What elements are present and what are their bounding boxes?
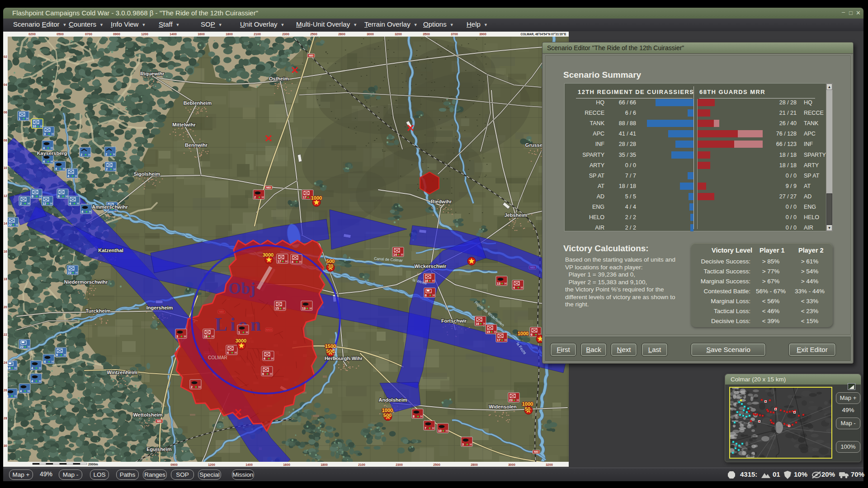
svg-text:H: H bbox=[299, 260, 302, 263]
svg-text:Sigolsheim: Sigolsheim bbox=[134, 171, 160, 177]
svg-text:7: 7 bbox=[425, 427, 426, 430]
svg-text:H: H bbox=[39, 380, 41, 383]
svg-text:4: 4 bbox=[31, 366, 33, 370]
svg-text:H: H bbox=[14, 366, 17, 370]
svg-text:4: 4 bbox=[55, 167, 57, 170]
svg-text:H: H bbox=[420, 415, 423, 418]
svg-text:Niedermorschwihr: Niedermorschwihr bbox=[64, 279, 108, 285]
svg-text:H: H bbox=[28, 345, 30, 348]
svg-text:1800: 1800 bbox=[321, 463, 328, 466]
svg-text:1200: 1200 bbox=[208, 463, 215, 466]
svg-text:50: 50 bbox=[525, 406, 530, 412]
svg-text:H: H bbox=[75, 271, 78, 274]
svg-text:Jebsheim: Jebsheim bbox=[505, 212, 528, 218]
svg-text:Riedwihr: Riedwihr bbox=[431, 199, 452, 204]
svg-text:Bennwihr: Bennwihr bbox=[185, 142, 208, 148]
svg-text:N83: N83 bbox=[266, 186, 271, 189]
svg-text:17: 17 bbox=[278, 260, 281, 263]
svg-text:6: 6 bbox=[32, 195, 33, 198]
svg-text:1600: 1600 bbox=[283, 463, 290, 466]
svg-text:6: 6 bbox=[262, 372, 264, 375]
svg-text:2100: 2100 bbox=[254, 33, 261, 36]
svg-text:H: H bbox=[283, 307, 285, 310]
svg-text:2: 2 bbox=[106, 168, 108, 171]
svg-text:08: 08 bbox=[4, 139, 7, 142]
svg-text:1600: 1600 bbox=[198, 33, 205, 36]
svg-text:0500: 0500 bbox=[57, 33, 64, 36]
svg-text:H: H bbox=[40, 125, 42, 128]
svg-text:Ingersheim: Ingersheim bbox=[146, 305, 173, 310]
svg-text:18: 18 bbox=[4, 277, 7, 281]
svg-text:2500: 2500 bbox=[433, 463, 440, 466]
svg-text:H: H bbox=[51, 146, 53, 150]
svg-text:H: H bbox=[52, 360, 54, 363]
svg-text:4: 4 bbox=[43, 160, 45, 163]
svg-text:Widensolen: Widensolen bbox=[489, 404, 517, 409]
svg-text:H: H bbox=[50, 202, 52, 205]
svg-text:4: 4 bbox=[31, 380, 33, 383]
svg-text:12: 12 bbox=[42, 202, 46, 205]
svg-text:17: 17 bbox=[497, 338, 500, 342]
svg-text:4: 4 bbox=[292, 260, 293, 263]
svg-text:16: 16 bbox=[204, 335, 208, 338]
svg-text:2: 2 bbox=[80, 153, 82, 156]
svg-text:H: H bbox=[271, 357, 274, 360]
svg-text:4: 4 bbox=[20, 389, 22, 393]
svg-text:0900: 0900 bbox=[170, 463, 178, 466]
svg-text:0700: 0700 bbox=[85, 33, 92, 36]
svg-text:22: 22 bbox=[4, 333, 7, 336]
svg-text:H: H bbox=[39, 195, 42, 198]
svg-text:H: H bbox=[212, 335, 214, 338]
svg-text:H: H bbox=[505, 282, 507, 285]
svg-text:2: 2 bbox=[105, 153, 107, 156]
svg-text:14: 14 bbox=[393, 253, 397, 256]
svg-text:H: H bbox=[52, 132, 54, 136]
svg-text:N83: N83 bbox=[157, 420, 161, 422]
svg-text:H: H bbox=[28, 389, 30, 393]
svg-text:6: 6 bbox=[531, 333, 533, 336]
svg-text:1800: 1800 bbox=[226, 33, 233, 36]
svg-text:16: 16 bbox=[4, 250, 7, 253]
svg-text:H: H bbox=[470, 443, 472, 446]
svg-text:H: H bbox=[184, 335, 186, 338]
svg-text:1000: 1000 bbox=[518, 331, 528, 336]
svg-text:Fortschwir: Fortschwir bbox=[441, 318, 467, 324]
svg-text:1400: 1400 bbox=[170, 33, 177, 36]
svg-text:H: H bbox=[517, 399, 519, 402]
svg-text:2300: 2300 bbox=[282, 33, 289, 36]
svg-text:13: 13 bbox=[497, 282, 500, 285]
svg-text:3200: 3200 bbox=[395, 33, 402, 36]
svg-text:Andolsheim: Andolsheim bbox=[379, 397, 407, 403]
svg-text:Katzenthal: Katzenthal bbox=[98, 248, 123, 253]
svg-text:Beblenheim: Beblenheim bbox=[184, 100, 212, 106]
svg-text:13: 13 bbox=[302, 307, 306, 310]
svg-text:H: H bbox=[113, 153, 115, 156]
svg-text:H: H bbox=[64, 353, 66, 357]
svg-text:15: 15 bbox=[275, 307, 279, 310]
svg-text:H: H bbox=[66, 195, 68, 198]
svg-text:H: H bbox=[285, 260, 288, 263]
svg-text:3900: 3900 bbox=[479, 33, 486, 36]
svg-text:H: H bbox=[88, 153, 90, 156]
svg-text:24: 24 bbox=[4, 361, 7, 364]
svg-text:500: 500 bbox=[383, 413, 392, 418]
svg-text:H: H bbox=[310, 307, 312, 310]
svg-text:14: 14 bbox=[4, 222, 7, 225]
svg-text:10: 10 bbox=[33, 125, 36, 128]
svg-text:COLMAR, 48°04'54"N 07°21'20"E: COLMAR, 48°04'54"N 07°21'20"E bbox=[521, 33, 566, 36]
svg-text:4: 4 bbox=[227, 351, 229, 354]
svg-text:H: H bbox=[51, 160, 53, 163]
svg-text:2800: 2800 bbox=[471, 463, 478, 466]
svg-text:N83: N83 bbox=[309, 54, 313, 57]
svg-text:Wickerschwir: Wickerschwir bbox=[415, 263, 447, 269]
svg-text:H: H bbox=[89, 210, 91, 213]
svg-text:4: 4 bbox=[43, 146, 45, 150]
svg-text:70: 70 bbox=[328, 263, 333, 269]
svg-text:3000: 3000 bbox=[508, 463, 515, 466]
svg-text:10: 10 bbox=[438, 429, 442, 432]
svg-text:2100: 2100 bbox=[358, 463, 365, 466]
svg-text:H: H bbox=[113, 168, 116, 171]
svg-text:H: H bbox=[521, 286, 523, 289]
svg-text:H: H bbox=[401, 253, 403, 256]
svg-text:4: 4 bbox=[69, 202, 71, 205]
